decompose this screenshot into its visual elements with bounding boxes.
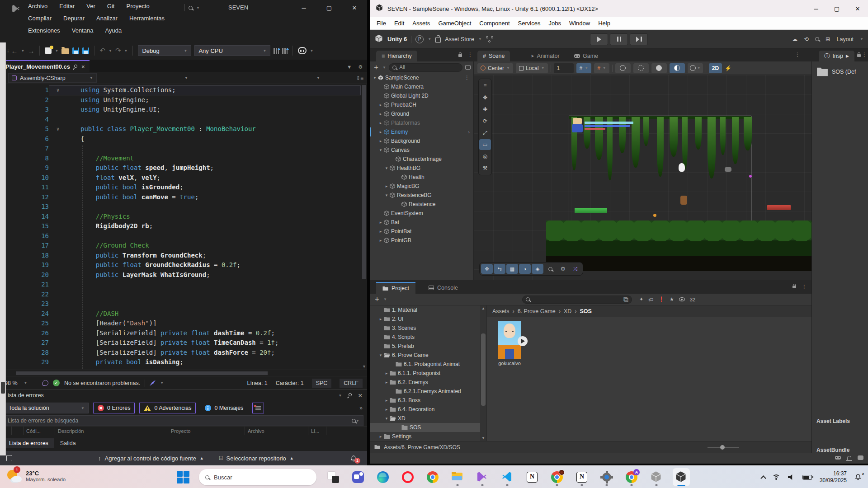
close-icon[interactable]: ✕ <box>358 392 363 399</box>
chevron-down-icon[interactable]: ▼ <box>347 64 352 70</box>
transform-tool[interactable]: ◎ <box>479 151 491 162</box>
hierarchy-item-magicbg[interactable]: ▸MagicBG <box>370 182 473 191</box>
tree-arrow-icon[interactable]: ▸ <box>377 434 384 439</box>
code-line[interactable]: 17 //Ground Check <box>0 241 361 251</box>
code-line[interactable]: 2using UnityEngine; <box>0 95 361 105</box>
project-folder-xd[interactable]: ▾XD <box>370 414 480 423</box>
chevron-down-icon[interactable]: ▼ <box>184 76 188 80</box>
code-line[interactable]: 4 <box>0 115 361 125</box>
hierarchy-search-input[interactable]: All <box>389 63 462 72</box>
chevron-down-icon[interactable]: ▼ <box>310 49 313 53</box>
panel-tab-salida[interactable]: Salida <box>55 438 81 448</box>
taskbar-app-teams[interactable] <box>349 468 367 486</box>
notifications-icon[interactable] <box>847 456 851 460</box>
close-button[interactable]: ✕ <box>342 0 367 15</box>
project-dropdown[interactable]: Assembly-CSharp ▼ <box>8 73 97 83</box>
tree-arrow-icon[interactable]: ▾ <box>383 193 390 197</box>
navigate-forward-button[interactable]: → <box>28 47 34 55</box>
project-search-input[interactable]: ⧉ <box>522 296 632 304</box>
lighting-toggle-button[interactable] <box>633 63 649 73</box>
zoom-level-dropdown[interactable]: 98 %▼ <box>5 380 38 386</box>
hierarchy-item-resistence[interactable]: Resistence <box>370 200 473 209</box>
project-folder-1-material[interactable]: 1. Material <box>370 305 480 314</box>
fold-arrow-icon[interactable]: ∨ <box>49 124 67 134</box>
lock-icon[interactable] <box>857 54 861 57</box>
cloud-icon[interactable]: ☁ <box>792 36 798 42</box>
code-line[interactable]: 9 public float speed, jumpHeight; <box>0 163 361 173</box>
save-button[interactable] <box>72 47 79 54</box>
menu-item-ayuda[interactable]: Ayuda <box>105 27 122 34</box>
taskbar-app-unity-editor[interactable] <box>673 468 690 486</box>
taskbar-app-chrome-profile[interactable] <box>548 468 566 486</box>
effects-toggle-button[interactable] <box>670 63 685 73</box>
hierarchy-item-ground[interactable]: ▸Ground <box>370 109 473 118</box>
vs-search-control[interactable]: ▼ <box>184 3 200 13</box>
project-folder-6-2-1-enemys-animated[interactable]: 6.2.1.Enemys Animated <box>370 387 480 396</box>
editor-vertical-scrollbar[interactable]: ▼ <box>361 84 367 370</box>
project-folder-5-prefab[interactable]: 5. Prefab <box>370 342 480 351</box>
search-overlay-button[interactable] <box>544 264 556 274</box>
bat-sprite[interactable] <box>725 167 731 172</box>
messages-filter-button[interactable]: 0 Mensajes <box>200 403 248 413</box>
taskbar-app-snipping-tool[interactable] <box>325 468 342 486</box>
new-project-button[interactable] <box>45 47 52 54</box>
grid-snap-toggle[interactable]: #▼ <box>576 63 592 73</box>
tab-console[interactable]: Console <box>422 282 464 294</box>
code-line[interactable]: 13 <box>0 202 361 212</box>
tab-animator[interactable]: ➤ Animator <box>525 51 565 61</box>
save-all-button[interactable] <box>82 47 89 54</box>
drag-handle[interactable]: ≡ <box>479 80 491 91</box>
project-folder-6-1-1-protagonist[interactable]: ▸6.1.1. Protagonist <box>370 369 480 378</box>
overflow-chevrons[interactable]: » <box>359 405 363 411</box>
feedback-icon[interactable] <box>42 380 48 386</box>
project-folder-6-4-decoration[interactable]: ▸6.4. Decoration <box>370 405 480 414</box>
asset-store-button[interactable]: Asset Store <box>445 36 474 42</box>
kebab-menu-icon[interactable]: ⋮ <box>802 284 807 290</box>
code-line[interactable]: 18 public Transform GroundCheck; <box>0 251 361 261</box>
camera-overlay-button[interactable]: ⏣ <box>557 264 569 274</box>
code-line[interactable]: 6{ <box>0 134 361 144</box>
scene-visibility-button[interactable]: ▼ <box>688 63 703 73</box>
hierarchy-item-samplescene[interactable]: ▾SampleScene⋮ <box>370 73 473 82</box>
grid-overlay-button[interactable]: ▦ <box>506 264 518 274</box>
taskbar-app-edge[interactable] <box>374 468 392 486</box>
menu-item-extensiones[interactable]: Extensiones <box>28 27 60 34</box>
version-control-icon[interactable] <box>486 36 493 42</box>
hierarchy-item-characterimage[interactable]: CharacterImage <box>370 155 473 164</box>
layout-dropdown[interactable]: Layout <box>837 36 854 42</box>
wifi-icon[interactable] <box>772 474 780 480</box>
menu-item-git[interactable]: Git <box>107 3 115 9</box>
chevron-down-icon[interactable]: ▼ <box>383 297 387 301</box>
shading-mode-button[interactable] <box>615 63 631 73</box>
chevron-down-icon[interactable]: ▼ <box>860 37 863 41</box>
hierarchy-item-bat[interactable]: ▸Bat <box>370 218 473 227</box>
taskbar-app-settings[interactable] <box>598 468 615 486</box>
hierarchy-item-enemy[interactable]: ▸Enemy› <box>370 127 473 136</box>
tree-arrow-icon[interactable]: ▸ <box>377 317 384 321</box>
hidden-icons-chevron[interactable] <box>760 475 766 481</box>
menu-item-herramientas[interactable]: Herramientas <box>129 15 165 22</box>
battery-icon[interactable] <box>802 475 812 480</box>
lock-icon[interactable] <box>458 54 462 57</box>
project-folder-2-ui[interactable]: ▸2. UI <box>370 314 480 324</box>
minimize-button[interactable]: ─ <box>291 0 316 15</box>
filter-options-button[interactable] <box>252 403 264 413</box>
sliders-overlay-button[interactable]: ⇆ <box>494 264 505 274</box>
player-sprite-head[interactable] <box>573 118 582 124</box>
bookmark-icon[interactable] <box>6 455 12 461</box>
scene-picker-icon[interactable] <box>465 65 471 70</box>
undo-button[interactable]: ↶ <box>99 47 105 55</box>
taskbar-app-opera[interactable] <box>399 468 416 486</box>
menu-item-ventana[interactable]: Ventana <box>72 27 94 34</box>
code-line[interactable]: 3using UnityEngine.UI; <box>0 105 361 115</box>
expand-search-icon[interactable]: ⧉ <box>623 296 628 304</box>
close-icon[interactable]: × <box>81 63 85 70</box>
undo-history-icon[interactable]: ⟲ <box>804 36 809 42</box>
rect-tool[interactable]: ▭ <box>479 139 491 150</box>
point-sprite[interactable] <box>749 175 752 178</box>
hierarchy-item-background[interactable]: ▸Background <box>370 136 473 145</box>
code-line[interactable]: 26 [SerializeField] private float dashTi… <box>0 328 361 338</box>
code-editor[interactable]: 1∨using System.Collections;2using UnityE… <box>0 84 367 370</box>
solution-platform-dropdown[interactable]: Any CPU▼ <box>194 45 270 56</box>
toolbar-grip[interactable]: ⁞⁞ <box>7 48 8 53</box>
